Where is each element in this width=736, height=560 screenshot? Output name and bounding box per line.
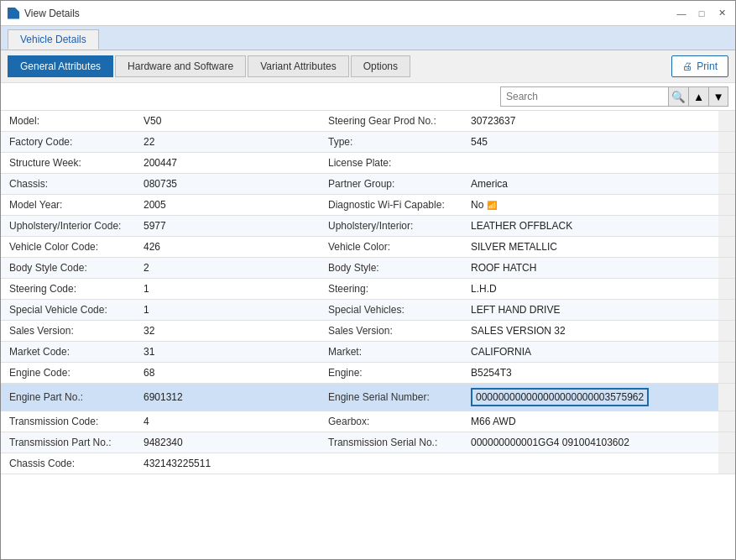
row-value-left: 4 xyxy=(135,411,320,432)
row-label-right: Market: xyxy=(320,342,462,363)
row-label-left: Chassis Code: xyxy=(1,453,135,474)
scrollbar-spacer xyxy=(718,384,735,411)
row-value-right: ROOF HATCH xyxy=(462,258,718,279)
print-label: Print xyxy=(697,60,718,72)
content-area: Model:V50Steering Gear Prod No.:30723637… xyxy=(1,111,735,559)
row-label-right xyxy=(320,453,462,474)
row-value-right: 000000000000000000000003575962 xyxy=(462,384,718,411)
window-icon xyxy=(8,8,19,19)
scrollbar-spacer xyxy=(718,216,735,237)
search-prev-button[interactable]: ▲ xyxy=(688,86,708,107)
printer-icon: 🖨 xyxy=(682,60,692,72)
row-label-right: Gearbox: xyxy=(320,411,462,432)
row-value-right: SILVER METALLIC xyxy=(462,237,718,258)
row-value-right: CALIFORNIA xyxy=(462,342,718,363)
tab-vehicle-details[interactable]: Vehicle Details xyxy=(8,29,99,50)
row-value-left: 31 xyxy=(135,342,320,363)
wifi-icon: 📶 xyxy=(487,201,497,210)
search-input[interactable] xyxy=(500,86,668,107)
row-value-right: No📶 xyxy=(462,195,718,216)
row-label-left: Vehicle Color Code: xyxy=(1,237,135,258)
toolbar-tabs: General Attributes Hardware and Software… xyxy=(8,55,410,77)
attributes-table: Model:V50Steering Gear Prod No.:30723637… xyxy=(1,111,735,474)
row-label-right: Vehicle Color: xyxy=(320,237,462,258)
row-value-left: 9482340 xyxy=(135,432,320,453)
row-label-right: Special Vehicles: xyxy=(320,300,462,321)
scrollbar-spacer xyxy=(718,300,735,321)
scrollbar-spacer xyxy=(718,174,735,195)
row-label-right: Body Style: xyxy=(320,258,462,279)
tab-general-attributes[interactable]: General Attributes xyxy=(8,55,113,77)
row-label-left: Steering Code: xyxy=(1,279,135,300)
row-value-left: 1 xyxy=(135,300,320,321)
tab-options[interactable]: Options xyxy=(351,55,410,77)
row-value-left: 1 xyxy=(135,279,320,300)
row-label-right: Partner Group: xyxy=(320,174,462,195)
row-value-left: 68 xyxy=(135,363,320,384)
scrollbar-spacer xyxy=(718,111,735,132)
row-label-left: Factory Code: xyxy=(1,132,135,153)
row-label-left: Model: xyxy=(1,111,135,132)
row-label-left: Sales Version: xyxy=(1,321,135,342)
maximize-button[interactable]: □ xyxy=(695,7,708,20)
row-label-left: Transmission Part No.: xyxy=(1,432,135,453)
row-value-right: SALES VERSION 32 xyxy=(462,321,718,342)
scrollbar-spacer xyxy=(718,258,735,279)
row-label-left: Upholstery/Interior Code: xyxy=(1,216,135,237)
row-label-right: License Plate: xyxy=(320,153,462,174)
search-bar: 🔍 ▲ ▼ xyxy=(1,83,735,111)
scrollbar-spacer xyxy=(718,237,735,258)
row-label-right: Type: xyxy=(320,132,462,153)
row-label-left: Special Vehicle Code: xyxy=(1,300,135,321)
row-value-right: LEFT HAND DRIVE xyxy=(462,300,718,321)
row-value-right: M66 AWD xyxy=(462,411,718,432)
tab-bar: Vehicle Details xyxy=(1,26,735,50)
row-value-right: America xyxy=(462,174,718,195)
row-label-left: Market Code: xyxy=(1,342,135,363)
row-value-left: V50 xyxy=(135,111,320,132)
main-window: View Details — □ ✕ Vehicle Details Gener… xyxy=(0,0,736,560)
toolbar: General Attributes Hardware and Software… xyxy=(1,50,735,83)
row-label-left: Engine Part No.: xyxy=(1,384,135,411)
row-value-left: 22 xyxy=(135,132,320,153)
row-label-left: Transmission Code: xyxy=(1,411,135,432)
scrollbar-spacer xyxy=(718,363,735,384)
search-button[interactable]: 🔍 xyxy=(668,86,688,107)
row-value-right: L.H.D xyxy=(462,279,718,300)
row-label-left: Structure Week: xyxy=(1,153,135,174)
tab-variant-attributes[interactable]: Variant Attributes xyxy=(248,55,349,77)
search-icon: 🔍 xyxy=(671,91,686,103)
row-label-right: Engine Serial Number: xyxy=(320,384,462,411)
print-button[interactable]: 🖨 Print xyxy=(671,55,728,77)
row-label-left: Chassis: xyxy=(1,174,135,195)
row-label-right: Transmission Serial No.: xyxy=(320,432,462,453)
row-value-left: 2005 xyxy=(135,195,320,216)
row-label-right: Engine: xyxy=(320,363,462,384)
row-value-left: 5977 xyxy=(135,216,320,237)
row-value-right xyxy=(462,153,718,174)
scrollbar-spacer xyxy=(718,432,735,453)
row-value-left: 432143225511 xyxy=(135,453,320,474)
window-title: View Details xyxy=(24,8,80,19)
scrollbar-spacer xyxy=(718,342,735,363)
row-label-right: Steering Gear Prod No.: xyxy=(320,111,462,132)
row-value-left: 200447 xyxy=(135,153,320,174)
title-bar-controls: — □ ✕ xyxy=(675,7,728,20)
row-label-left: Body Style Code: xyxy=(1,258,135,279)
row-value-left: 080735 xyxy=(135,174,320,195)
search-next-button[interactable]: ▼ xyxy=(708,86,728,107)
tab-hardware-software[interactable]: Hardware and Software xyxy=(115,55,246,77)
chevron-up-icon: ▲ xyxy=(693,91,704,103)
row-value-right xyxy=(462,453,718,474)
scrollbar-spacer xyxy=(718,195,735,216)
row-label-right: Upholstery/Interior: xyxy=(320,216,462,237)
row-label-left: Model Year: xyxy=(1,195,135,216)
row-label-right: Sales Version: xyxy=(320,321,462,342)
scrollbar-spacer xyxy=(718,411,735,432)
minimize-button[interactable]: — xyxy=(675,7,688,20)
title-bar-left: View Details xyxy=(8,8,80,19)
row-value-right: 30723637 xyxy=(462,111,718,132)
chevron-down-icon: ▼ xyxy=(713,91,723,103)
row-value-left: 426 xyxy=(135,237,320,258)
close-button[interactable]: ✕ xyxy=(715,7,728,20)
